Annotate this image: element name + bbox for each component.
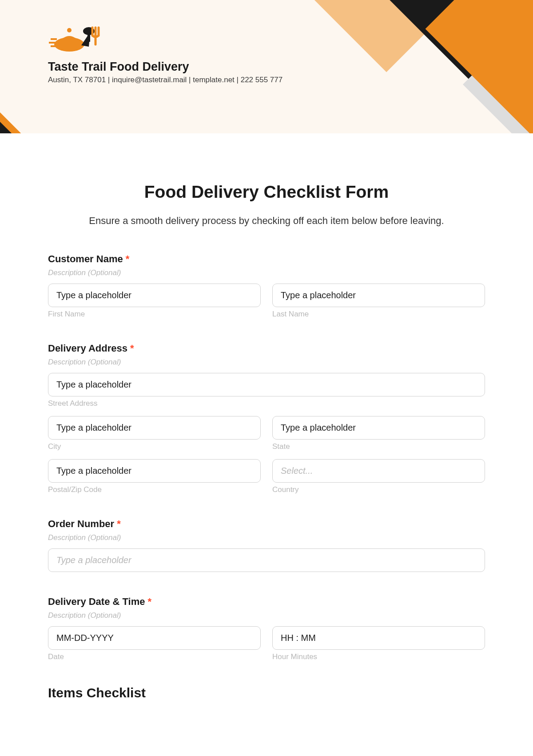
country-select[interactable]: Select... xyxy=(272,459,485,483)
city-sublabel: City xyxy=(48,442,261,451)
delivery-datetime-group: Delivery Date & Time * Description (Opti… xyxy=(48,596,485,661)
header-banner: Taste Trail Food Delivery Austin, TX 787… xyxy=(0,0,533,133)
items-checklist-header: Items Checklist xyxy=(48,685,485,700)
required-mark: * xyxy=(117,518,121,529)
delivery-datetime-desc: Description (Optional) xyxy=(48,611,485,620)
order-number-group: Order Number * Description (Optional) xyxy=(48,518,485,572)
first-name-sublabel: First Name xyxy=(48,310,261,319)
postal-sublabel: Postal/Zip Code xyxy=(48,485,261,494)
svg-rect-2 xyxy=(51,38,57,40)
label-text: Delivery Address xyxy=(48,343,127,354)
street-sublabel: Street Address xyxy=(48,399,485,408)
company-logo xyxy=(48,22,101,56)
company-name: Taste Trail Food Delivery xyxy=(48,60,282,74)
label-text: Delivery Date & Time xyxy=(48,596,145,607)
required-mark: * xyxy=(130,343,134,354)
label-text: Order Number xyxy=(48,518,114,529)
city-input[interactable] xyxy=(48,416,261,440)
form-title: Food Delivery Checklist Form xyxy=(48,182,485,202)
time-input[interactable] xyxy=(272,626,485,650)
label-text: Customer Name xyxy=(48,253,123,264)
required-mark: * xyxy=(148,596,152,607)
svg-rect-4 xyxy=(51,45,57,47)
company-contact-info: Austin, TX 78701 | inquire@tastetrail.ma… xyxy=(48,76,282,84)
country-sublabel: Country xyxy=(272,485,485,494)
date-input[interactable] xyxy=(48,626,261,650)
state-sublabel: State xyxy=(272,442,485,451)
date-sublabel: Date xyxy=(48,652,261,661)
customer-name-label: Customer Name * xyxy=(48,253,485,265)
postal-code-input[interactable] xyxy=(48,459,261,483)
form-subtitle: Ensure a smooth delivery process by chec… xyxy=(48,215,485,227)
order-number-desc: Description (Optional) xyxy=(48,533,485,542)
customer-name-group: Customer Name * Description (Optional) F… xyxy=(48,253,485,319)
delivery-address-desc: Description (Optional) xyxy=(48,358,485,367)
svg-point-1 xyxy=(67,28,72,32)
brand-block: Taste Trail Food Delivery Austin, TX 787… xyxy=(48,22,282,84)
street-address-input[interactable] xyxy=(48,373,485,396)
delivery-address-label: Delivery Address * xyxy=(48,343,485,354)
order-number-input[interactable] xyxy=(48,548,485,572)
required-mark: * xyxy=(126,253,130,264)
decorative-shape xyxy=(426,0,533,133)
form-content: Food Delivery Checklist Form Ensure a sm… xyxy=(0,133,533,718)
customer-name-desc: Description (Optional) xyxy=(48,268,485,277)
delivery-datetime-label: Delivery Date & Time * xyxy=(48,596,485,608)
first-name-input[interactable] xyxy=(48,284,261,307)
time-sublabel: Hour Minutes xyxy=(272,652,485,661)
svg-rect-3 xyxy=(49,42,57,44)
order-number-label: Order Number * xyxy=(48,518,485,530)
last-name-input[interactable] xyxy=(272,284,485,307)
state-input[interactable] xyxy=(272,416,485,440)
delivery-address-group: Delivery Address * Description (Optional… xyxy=(48,343,485,494)
last-name-sublabel: Last Name xyxy=(272,310,485,319)
